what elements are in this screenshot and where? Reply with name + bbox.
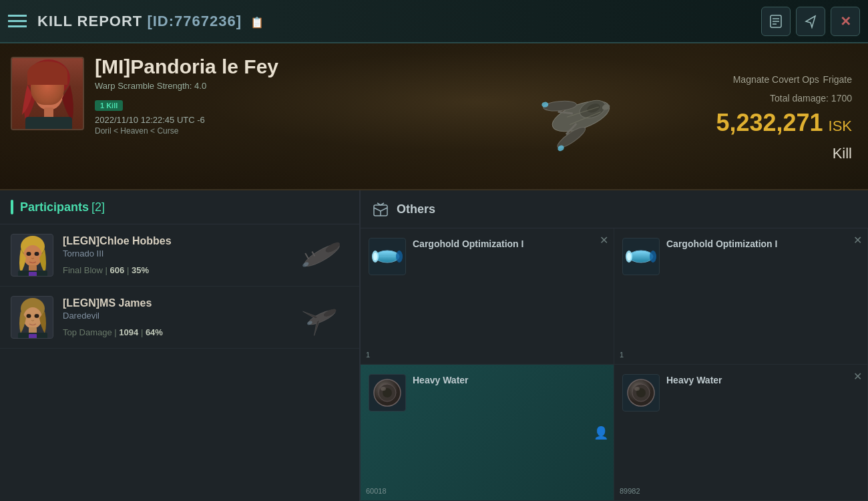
- item-icon-cargohold-right: [622, 238, 660, 275]
- participant-ship: Tornado III: [63, 248, 295, 259]
- participant-ship: Daredevil: [63, 311, 295, 321]
- lower-panel: Participants [2]: [0, 190, 868, 501]
- header-bar: KILL REPORT [ID:7767236] 📋 ✕: [0, 0, 868, 43]
- window-title: KILL REPORT [ID:7767236] 📋: [37, 13, 761, 30]
- svg-point-56: [650, 251, 656, 263]
- hero-stats: Magnate Covert Ops Frigate Total damage:…: [681, 43, 868, 189]
- isk-value: 5,232,271: [716, 109, 823, 137]
- ship-type-text: Frigate: [823, 74, 852, 85]
- ship-svg: [501, 49, 661, 183]
- svg-point-27: [35, 252, 39, 256]
- item-icon-heavywater-left: [369, 374, 406, 411]
- item-name: Heavy Water: [413, 374, 606, 386]
- svg-point-55: [627, 253, 631, 261]
- svg-point-7: [52, 88, 59, 93]
- svg-point-52: [396, 251, 403, 263]
- others-panel: Others 1: [361, 190, 868, 501]
- share-button[interactable]: [796, 7, 825, 36]
- notes-button[interactable]: [761, 7, 791, 36]
- title-text: KILL REPORT: [37, 13, 142, 29]
- stat-percent: 64%: [146, 327, 163, 337]
- ship-name: Magnate Covert Ops Frigate: [733, 71, 852, 86]
- menu-button[interactable]: [8, 15, 27, 27]
- kill-badge: 1 Kill: [95, 100, 123, 111]
- participant-name: [LEGN]Chloe Hobbes: [63, 235, 295, 247]
- participant-stats: Top Damage | 1094 | 64%: [63, 327, 295, 337]
- outcome-label: Kill: [833, 145, 852, 162]
- ship-silhouette-1: [295, 235, 349, 275]
- item-icon-cargohold-left: [369, 238, 406, 275]
- item-qty: 89982: [620, 487, 640, 495]
- item-name: Cargohold Optimization I: [413, 238, 606, 250]
- svg-point-60: [381, 387, 386, 391]
- svg-line-33: [305, 253, 308, 259]
- ship-display: [481, 43, 681, 189]
- svg-rect-30: [29, 272, 37, 277]
- damage-label: Total damage:: [770, 93, 829, 104]
- svg-rect-42: [29, 334, 37, 339]
- svg-point-6: [39, 88, 45, 93]
- item-qty: 1: [620, 351, 624, 359]
- item-icon-heavywater-right: [622, 374, 660, 411]
- kill-location: Doril < Heaven < Curse: [95, 126, 481, 136]
- item-slot: 60018: [361, 365, 614, 501]
- close-button[interactable]: ✕: [831, 7, 860, 36]
- others-grid: 1: [361, 228, 868, 501]
- character-name: [MI]Pandoria le Fey: [95, 55, 481, 78]
- item-details: Heavy Water: [413, 374, 606, 386]
- item-slot: 1: [614, 228, 868, 365]
- avatar-face: [12, 58, 83, 129]
- others-title: Others: [397, 202, 435, 216]
- item-details: Cargohold Optimization I: [666, 238, 859, 250]
- svg-point-8: [41, 88, 43, 91]
- report-id: [ID:7767236]: [147, 13, 242, 29]
- svg-point-5: [34, 75, 63, 110]
- participant-item: [LEGN]Chloe Hobbes Tornado III Final Blo…: [0, 224, 359, 287]
- stat-label: Top Damage: [63, 327, 112, 337]
- copy-icon[interactable]: 📋: [250, 17, 264, 28]
- stat-percent: 35%: [132, 265, 149, 275]
- svg-point-51: [373, 253, 377, 261]
- svg-point-9: [54, 88, 57, 91]
- person-icon: 👤: [594, 426, 608, 440]
- item-qty: 1: [366, 351, 370, 359]
- hero-info: [MI]Pandoria le Fey Warp Scramble Streng…: [95, 43, 481, 189]
- participant-details: [LEGN]MS James Daredevil Top Damage | 10…: [63, 297, 295, 337]
- stat-damage: 606: [110, 265, 125, 275]
- ship-name-text: Magnate Covert Ops: [733, 74, 819, 85]
- remove-item-button[interactable]: ✕: [853, 234, 862, 246]
- header-accent-bar: [11, 200, 13, 214]
- participants-count: [2]: [91, 200, 105, 214]
- others-header: Others: [361, 190, 868, 228]
- box-icon: [371, 200, 390, 218]
- item-details: Heavy Water: [666, 374, 859, 386]
- warp-strength: Warp Scramble Strength: 4.0: [95, 81, 481, 91]
- participant-stats: Final Blow | 606 | 35%: [63, 265, 295, 275]
- stat-label: Final Blow: [63, 265, 103, 275]
- svg-point-4: [27, 59, 70, 97]
- item-slot: 1: [361, 228, 614, 365]
- isk-label: ISK: [829, 118, 852, 135]
- item-name: Heavy Water: [666, 374, 859, 386]
- item-name: Cargohold Optimization I: [666, 238, 859, 250]
- participant-item: [LEGN]MS James Daredevil Top Damage | 10…: [0, 287, 359, 349]
- avatar: [11, 57, 84, 130]
- item-details: Cargohold Optimization I: [413, 238, 606, 250]
- svg-point-26: [27, 252, 31, 256]
- participant-details: [LEGN]Chloe Hobbes Tornado III Final Blo…: [63, 235, 295, 275]
- remove-item-button[interactable]: ✕: [853, 370, 862, 383]
- kill-date: 2022/11/10 12:22:45 UTC -6: [95, 115, 481, 125]
- participants-panel: Participants [2]: [0, 190, 361, 501]
- remove-item-button[interactable]: ✕: [600, 234, 608, 246]
- svg-point-53: [629, 251, 653, 263]
- item-qty: 60018: [366, 487, 387, 495]
- ship-silhouette-2: [295, 297, 349, 337]
- participants-header: Participants [2]: [0, 190, 359, 224]
- participants-title: Participants: [20, 200, 89, 214]
- participant-avatar: [11, 296, 53, 339]
- svg-rect-11: [25, 117, 72, 130]
- hero-panel: [MI]Pandoria le Fey Warp Scramble Streng…: [0, 43, 868, 190]
- participant-name: [LEGN]MS James: [63, 297, 295, 309]
- svg-point-38: [27, 314, 31, 318]
- participant-avatar: [11, 234, 53, 277]
